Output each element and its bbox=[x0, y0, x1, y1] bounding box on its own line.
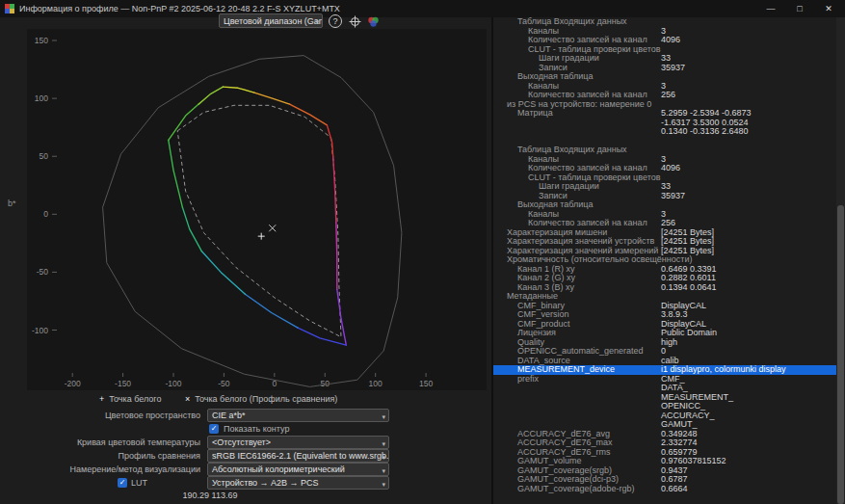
property-label: MEASUREMENT_device bbox=[493, 364, 615, 374]
property-label: Характеризация мишени bbox=[493, 227, 607, 237]
temperature-curve-row: Кривая цветовой температуры <Отсутствует… bbox=[0, 436, 491, 449]
comparison-white-point-marker-icon: × bbox=[185, 394, 190, 404]
maximize-icon: □ bbox=[797, 4, 802, 13]
lut-direction-select[interactable]: Устройство → A2B → PCS ▾ bbox=[207, 476, 389, 490]
close-icon: ✕ bbox=[825, 4, 832, 13]
center-view-button[interactable] bbox=[348, 14, 361, 28]
property-label: CMF_product bbox=[493, 319, 570, 329]
chevron-down-icon: ▾ bbox=[382, 479, 385, 490]
show-outline-checkbox[interactable]: ✓ bbox=[209, 424, 219, 434]
maximize-button[interactable]: □ bbox=[785, 0, 814, 17]
property-value: 35937 bbox=[661, 64, 685, 73]
property-label bbox=[493, 401, 517, 411]
plot-legend: +Точка белого ×Точка белого (Профиль сра… bbox=[99, 394, 358, 404]
property-row[interactable]: 0.1340 -0.3136 2.6480 bbox=[493, 127, 836, 137]
titlebar-buttons: — □ ✕ bbox=[756, 0, 843, 17]
property-label bbox=[493, 118, 517, 127]
x-tick-label: 150 bbox=[419, 379, 433, 388]
comparison-profile-label: Профиль сравнения bbox=[0, 451, 200, 461]
property-label bbox=[493, 136, 507, 146]
lut-row: ✓ LUT Устройство → A2B → PCS ▾ bbox=[0, 476, 491, 490]
property-label: Количество записей на канал bbox=[493, 90, 647, 99]
property-list: Таблица Входящих данныхКаналы3Количество… bbox=[493, 17, 836, 504]
property-label: Шаги градации bbox=[493, 181, 599, 191]
comparison-profile-select[interactable]: sRGB IEC61966-2.1 (Equivalent to www.srg… bbox=[207, 449, 389, 463]
app-icon bbox=[5, 4, 14, 13]
help-button[interactable]: ? bbox=[329, 14, 342, 28]
scrollbar[interactable] bbox=[836, 17, 845, 504]
window-title: Информация о профиле — Non-PnP #2 2025-0… bbox=[19, 4, 340, 13]
x-tick-label: -50 bbox=[218, 379, 230, 388]
profile-info-window: Информация о профиле — Non-PnP #2 2025-0… bbox=[0, 0, 845, 504]
titlebar[interactable]: Информация о профиле — Non-PnP #2 2025-0… bbox=[0, 0, 845, 17]
property-label: CMF_version bbox=[493, 309, 569, 319]
property-label: из PCS на устройство: намерение 0 bbox=[493, 99, 651, 109]
property-label bbox=[493, 411, 517, 420]
close-button[interactable]: ✕ bbox=[814, 0, 843, 17]
x-tick-label: -200 bbox=[65, 379, 81, 388]
temperature-curve-label: Кривая цветовой температуры bbox=[0, 438, 200, 447]
temperature-curve-select[interactable]: <Отсутствует> ▾ bbox=[207, 436, 389, 449]
property-value: 0.6664 bbox=[661, 485, 688, 494]
property-label: Матрица bbox=[493, 108, 553, 118]
lut-checkbox[interactable]: ✓ bbox=[118, 478, 127, 488]
property-label: Канал 1 (R) xy bbox=[493, 264, 574, 274]
view-mode-value: Цветовой диапазон (Gamut) bbox=[224, 16, 323, 26]
y-tick-label: 100 bbox=[35, 93, 48, 103]
property-label bbox=[493, 392, 517, 402]
property-label: Шаги градации bbox=[493, 53, 599, 63]
property-label: Каналы bbox=[493, 209, 559, 219]
view-mode-select[interactable]: Цветовой диапазон (Gamut) ▾ bbox=[219, 13, 323, 28]
show-outline-label: Показать контур bbox=[224, 424, 289, 434]
colorspace-label: Цветовое пространство bbox=[0, 411, 200, 420]
property-label: Хроматичность (относительно освещённости… bbox=[493, 254, 692, 264]
show-outline-row: ✓ Показать контур bbox=[0, 422, 491, 436]
y-tick-label: 0 bbox=[43, 209, 48, 219]
property-row[interactable]: GAMUT_coverage(adobe-rgb)0.6664 bbox=[493, 485, 836, 494]
property-label: Характеризация значений измерений bbox=[493, 246, 658, 255]
property-label: CLUT - таблица проверки цветов bbox=[493, 172, 660, 182]
property-label: Записи bbox=[493, 191, 568, 200]
comparison-profile-row: Профиль сравнения sRGB IEC61966-2.1 (Equ… bbox=[0, 449, 491, 463]
property-label: GAMUT_coverage(adobe-rgb) bbox=[493, 484, 635, 493]
plot-panel: Цветовой диапазон (Gamut) ▾ ? -200-150-1… bbox=[0, 17, 491, 504]
property-label: Выходная таблица bbox=[493, 71, 594, 81]
comparison-profile-value: sRGB IEC61966-2.1 (Equivalent to www.srg… bbox=[212, 451, 389, 461]
chevron-down-icon: ▾ bbox=[382, 411, 385, 422]
y-tick-label: -50 bbox=[37, 267, 49, 277]
gamut-plot[interactable]: -200-150-100-50050100150-100-50050100150 bbox=[27, 29, 487, 390]
property-value: 256 bbox=[661, 91, 675, 100]
property-label: Каналы bbox=[493, 26, 559, 36]
cursor-coordinates: 190.29 113.69 bbox=[0, 491, 420, 500]
property-label: OPENICC_automatic_generated bbox=[493, 346, 644, 356]
color-toggle-button[interactable] bbox=[366, 14, 380, 28]
property-label: ACCURACY_dE76_rms bbox=[493, 447, 611, 457]
chevron-down-icon: ▾ bbox=[382, 438, 385, 449]
chevron-down-icon: ▾ bbox=[382, 452, 385, 463]
property-label: Выходная таблица bbox=[493, 199, 594, 209]
colorspace-value: CIE a*b* bbox=[212, 411, 246, 420]
property-label: Таблица Входящих данных bbox=[493, 17, 627, 26]
property-value: 35937 bbox=[661, 192, 685, 201]
property-label: Количество записей на канал bbox=[493, 163, 647, 172]
property-label: Количество записей на канал bbox=[493, 35, 647, 44]
property-label: Записи bbox=[493, 63, 568, 72]
rendering-intent-label: Намерение/метод визуализации bbox=[0, 464, 200, 474]
scrollbar-thumb[interactable] bbox=[837, 205, 844, 504]
property-label: ACCURACY_dE76_max bbox=[493, 438, 613, 447]
property-label bbox=[493, 419, 517, 429]
colorspace-select[interactable]: CIE a*b* ▾ bbox=[207, 409, 389, 422]
x-tick-label: -100 bbox=[166, 379, 182, 388]
property-label: GAMUT_coverage(srgb) bbox=[493, 465, 612, 475]
property-label: Каналы bbox=[493, 81, 559, 91]
check-icon: ✓ bbox=[119, 478, 126, 487]
lut-label: LUT bbox=[131, 478, 147, 488]
property-label bbox=[493, 126, 517, 136]
property-label: DATA_source bbox=[493, 356, 570, 365]
rendering-intent-select[interactable]: Абсолютный колориметрический ▾ bbox=[207, 463, 389, 476]
property-label: CMF_binary bbox=[493, 301, 565, 310]
y-tick-label: 150 bbox=[35, 36, 48, 45]
chevron-down-icon: ▾ bbox=[315, 16, 319, 28]
minimize-button[interactable]: — bbox=[756, 0, 785, 17]
y-tick-label: -100 bbox=[32, 326, 48, 335]
